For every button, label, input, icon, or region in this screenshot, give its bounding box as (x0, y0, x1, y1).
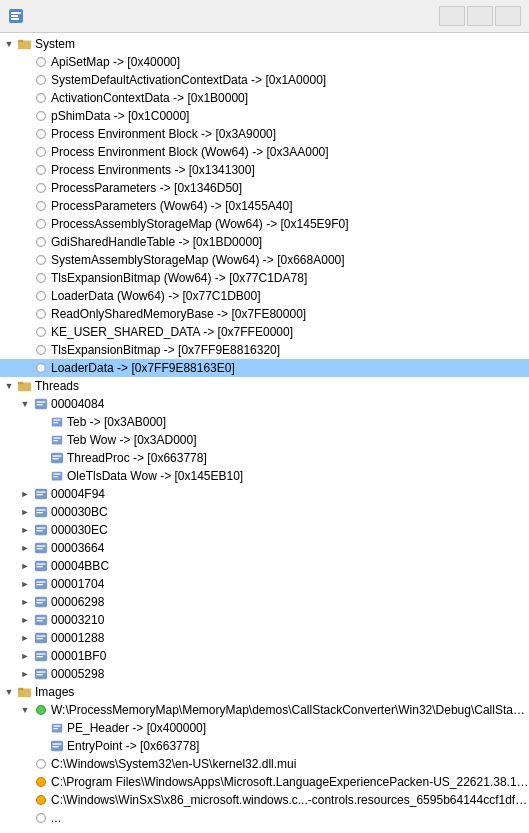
expander-icon[interactable]: ► (18, 612, 32, 628)
tree-node[interactable]: ▼Images (0, 683, 529, 701)
tree-node[interactable]: ActivationContextData -> [0x1B0000] (0, 89, 529, 107)
node-icon (33, 810, 49, 826)
svg-rect-72 (37, 671, 46, 672)
close-button[interactable] (495, 6, 521, 26)
expander-icon[interactable]: ▼ (18, 702, 32, 718)
node-label: TlsExpansionBitmap (Wow64) -> [0x77C1DA7… (51, 271, 307, 285)
svg-point-10 (37, 130, 46, 139)
node-icon (33, 702, 49, 718)
node-label: GdiSharedHandleTable -> [0x1BD0000] (51, 235, 262, 249)
tree-node[interactable]: ProcessAssemblyStorageMap (Wow64) -> [0x… (0, 215, 529, 233)
node-label: 00004F94 (51, 487, 105, 501)
node-icon (33, 612, 49, 628)
maximize-button[interactable] (467, 6, 493, 26)
svg-point-21 (37, 328, 46, 337)
expander-icon[interactable]: ▼ (2, 378, 16, 394)
expander-icon[interactable]: ► (18, 558, 32, 574)
node-label: C:\Windows\WinSxS\x86_microsoft.windows.… (51, 793, 529, 807)
svg-rect-70 (37, 656, 43, 657)
tree-node[interactable]: ►00004F94 (0, 485, 529, 503)
svg-rect-36 (53, 455, 62, 456)
node-label: LoaderData (Wow64) -> [0x77C1DB00] (51, 289, 261, 303)
svg-rect-40 (54, 476, 58, 477)
title-bar-controls (439, 6, 521, 26)
tree-node[interactable]: C:\Windows\System32\en-US\kernel32.dll.m… (0, 755, 529, 773)
tree-node[interactable]: ►000030BC (0, 503, 529, 521)
tree-node[interactable]: Process Environments -> [0x1341300] (0, 161, 529, 179)
tree-node[interactable]: ▼00004084 (0, 395, 529, 413)
svg-point-14 (37, 202, 46, 211)
tree-node[interactable]: ▼Threads (0, 377, 529, 395)
expander-icon[interactable]: ► (18, 486, 32, 502)
tree-node[interactable]: SystemDefaultActivationContextData -> [0… (0, 71, 529, 89)
tree-node[interactable]: ReadOnlySharedMemoryBase -> [0x7FE80000] (0, 305, 529, 323)
expander-icon[interactable]: ► (18, 576, 32, 592)
expander-icon[interactable]: ▼ (2, 684, 16, 700)
node-label: ... (51, 811, 61, 825)
tree-node[interactable]: ▼W:\ProcessMemoryMap\MemoryMap\demos\Cal… (0, 701, 529, 719)
svg-rect-42 (37, 491, 46, 492)
tree-node[interactable]: ►00005298 (0, 665, 529, 683)
node-icon (49, 432, 65, 448)
svg-rect-64 (37, 620, 43, 621)
minimize-button[interactable] (439, 6, 465, 26)
node-icon (33, 522, 49, 538)
expander-icon[interactable]: ▼ (2, 36, 16, 52)
expander-icon[interactable]: ► (18, 594, 32, 610)
tree-node[interactable]: TlsExpansionBitmap (Wow64) -> [0x77C1DA7… (0, 269, 529, 287)
node-label: 00003664 (51, 541, 104, 555)
expander-icon[interactable]: ▼ (18, 396, 32, 412)
node-icon (17, 378, 33, 394)
node-icon (33, 234, 49, 250)
tree-node[interactable]: EntryPoint -> [0x663778] (0, 737, 529, 755)
node-label: SystemAssemblyStorageMap (Wow64) -> [0x6… (51, 253, 345, 267)
svg-point-11 (37, 148, 46, 157)
expander-icon[interactable]: ► (18, 648, 32, 664)
node-label: ProcessAssemblyStorageMap (Wow64) -> [0x… (51, 217, 349, 231)
tree-node[interactable]: SystemAssemblyStorageMap (Wow64) -> [0x6… (0, 251, 529, 269)
tree-node[interactable]: ►00003664 (0, 539, 529, 557)
tree-node[interactable]: OleTlsData Wow -> [0x145EB10] (0, 467, 529, 485)
tree-node[interactable]: KE_USER_SHARED_DATA -> [0x7FFE0000] (0, 323, 529, 341)
node-icon (33, 126, 49, 142)
tree-node[interactable]: C:\Program Files\WindowsApps\Microsoft.L… (0, 773, 529, 791)
tree-node[interactable]: C:\Windows\WinSxS\x86_microsoft.windows.… (0, 791, 529, 809)
tree-node[interactable]: Process Environment Block -> [0x3A9000] (0, 125, 529, 143)
expander-icon[interactable]: ► (18, 540, 32, 556)
node-icon (33, 558, 49, 574)
tree-node[interactable]: ProcessParameters -> [0x1346D50] (0, 179, 529, 197)
tree-node[interactable]: Teb -> [0x3AB000] (0, 413, 529, 431)
node-label: Process Environments -> [0x1341300] (51, 163, 255, 177)
expander-icon[interactable]: ► (18, 630, 32, 646)
tree-node[interactable]: ►00001704 (0, 575, 529, 593)
tree-node[interactable]: LoaderData (Wow64) -> [0x77C1DB00] (0, 287, 529, 305)
node-icon (33, 486, 49, 502)
tree-node[interactable]: ApiSetMap -> [0x40000] (0, 53, 529, 71)
tree-node[interactable]: ►00006298 (0, 593, 529, 611)
tree-node[interactable]: ... (0, 809, 529, 827)
tree-node[interactable]: PE_Header -> [0x400000] (0, 719, 529, 737)
node-icon (33, 630, 49, 646)
tree-node[interactable]: Teb Wow -> [0x3AD000] (0, 431, 529, 449)
tree-node[interactable]: ►00001288 (0, 629, 529, 647)
tree-node[interactable]: ThreadProc -> [0x663778] (0, 449, 529, 467)
tree-node[interactable]: ►000030EC (0, 521, 529, 539)
tree-node[interactable]: Process Environment Block (Wow64) -> [0x… (0, 143, 529, 161)
expander-icon[interactable]: ► (18, 522, 32, 538)
tree-node[interactable]: LoaderData -> [0x7FF9E88163E0] (0, 359, 529, 377)
tree-node[interactable]: GdiSharedHandleTable -> [0x1BD0000] (0, 233, 529, 251)
tree-node[interactable]: ►00004BBC (0, 557, 529, 575)
node-label: 000030BC (51, 505, 108, 519)
svg-rect-48 (37, 527, 46, 528)
tree-node[interactable]: ▼System (0, 35, 529, 53)
node-label: ActivationContextData -> [0x1B0000] (51, 91, 248, 105)
tree-node[interactable]: ►00001BF0 (0, 647, 529, 665)
tree-node[interactable]: ProcessParameters (Wow64) -> [0x1455A40] (0, 197, 529, 215)
node-label: OleTlsData Wow -> [0x145EB10] (67, 469, 243, 483)
tree-node[interactable]: pShimData -> [0x1C0000] (0, 107, 529, 125)
tree-node[interactable]: TlsExpansionBitmap -> [0x7FF9E8816320] (0, 341, 529, 359)
tree-node[interactable]: ►00003210 (0, 611, 529, 629)
expander-icon[interactable]: ► (18, 666, 32, 682)
svg-point-6 (37, 58, 46, 67)
expander-icon[interactable]: ► (18, 504, 32, 520)
